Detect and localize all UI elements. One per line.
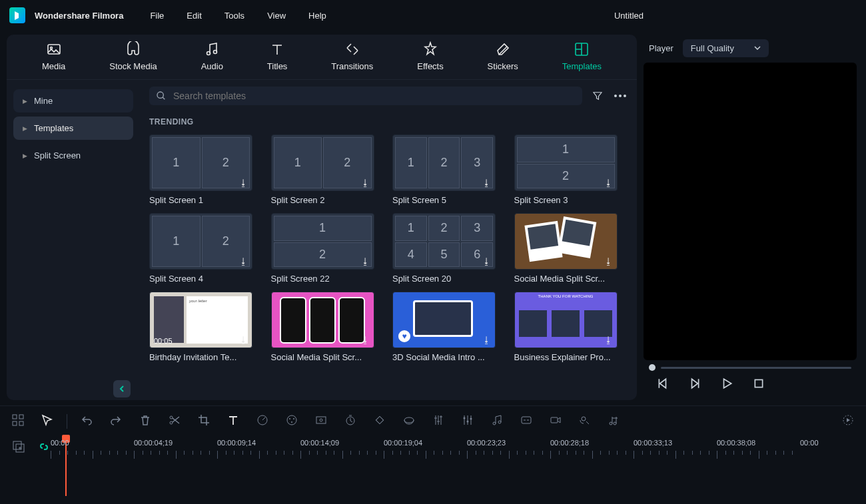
- svg-rect-10: [13, 415, 17, 419]
- text-button[interactable]: [227, 414, 239, 428]
- mask-button[interactable]: [403, 414, 415, 428]
- template-card[interactable]: 12⭳ Split Screen 4: [149, 213, 263, 284]
- crop-button[interactable]: [198, 414, 210, 428]
- speed-button[interactable]: [256, 414, 268, 428]
- undo-button[interactable]: [81, 414, 93, 428]
- music-button[interactable]: [491, 414, 503, 428]
- voiceover-button[interactable]: [579, 414, 591, 428]
- green-screen-button[interactable]: [315, 414, 327, 428]
- menu-tools[interactable]: Tools: [224, 11, 244, 21]
- svg-point-27: [467, 421, 469, 423]
- template-card[interactable]: 123456⭳ Split Screen 20: [392, 213, 506, 284]
- search-input[interactable]: [149, 87, 582, 105]
- add-track-button[interactable]: [12, 440, 25, 503]
- svg-point-22: [320, 419, 322, 421]
- svg-point-19: [293, 418, 294, 419]
- play-button[interactable]: [721, 378, 733, 389]
- svg-rect-32: [551, 417, 558, 423]
- template-card[interactable]: your letter 00:05 ⭳ Birthday Invitation …: [149, 292, 263, 362]
- svg-rect-11: [19, 415, 23, 419]
- svg-rect-21: [316, 417, 326, 423]
- more-button[interactable]: [613, 89, 628, 103]
- download-icon[interactable]: ⭳: [361, 335, 370, 345]
- svg-point-6: [614, 95, 617, 97]
- beat-button[interactable]: [608, 414, 620, 428]
- redo-button[interactable]: [110, 414, 122, 428]
- tab-templates[interactable]: Templates: [562, 41, 602, 77]
- split-button[interactable]: [169, 414, 181, 428]
- tab-transitions[interactable]: Transitions: [331, 41, 373, 77]
- render-button[interactable]: [842, 414, 854, 428]
- quality-select[interactable]: Full Quality: [683, 39, 769, 57]
- download-icon[interactable]: ⭳: [604, 335, 613, 345]
- stop-button[interactable]: [753, 378, 765, 389]
- color-button[interactable]: [286, 414, 298, 428]
- download-icon[interactable]: ⭳: [361, 256, 370, 266]
- download-icon[interactable]: ⭳: [604, 178, 613, 188]
- template-card[interactable]: ♥ ⭳ 3D Social Media Intro ...: [392, 292, 506, 362]
- template-card[interactable]: THANK YOU FOR WATCHING ⭳ Business Explai…: [514, 292, 628, 362]
- svg-point-5: [157, 92, 163, 98]
- chevron-left-icon: [119, 385, 125, 392]
- template-card[interactable]: 123⭳ Split Screen 5: [392, 134, 506, 205]
- svg-point-7: [619, 95, 622, 97]
- filter-button[interactable]: [590, 89, 605, 103]
- template-card[interactable]: 12⭳ Split Screen 1: [149, 134, 263, 205]
- record-button[interactable]: [550, 414, 562, 428]
- layout-button[interactable]: [12, 414, 24, 428]
- mixer-button[interactable]: [462, 414, 474, 428]
- template-card[interactable]: 12⭳ Split Screen 22: [271, 213, 385, 284]
- svg-point-35: [614, 422, 616, 425]
- timer-button[interactable]: [344, 414, 356, 428]
- download-icon[interactable]: ⭳: [604, 256, 613, 266]
- adjust-button[interactable]: [432, 414, 444, 428]
- download-icon[interactable]: ⭳: [239, 335, 248, 345]
- section-title: TRENDING: [140, 112, 637, 134]
- svg-point-20: [291, 421, 292, 423]
- tab-titles[interactable]: Titles: [267, 41, 288, 77]
- template-card[interactable]: ⭳ Social Media Split Scr...: [271, 292, 385, 362]
- template-card[interactable]: ⭳ Social Media Split Scr...: [514, 213, 628, 284]
- preview-window[interactable]: [644, 63, 857, 360]
- delete-button[interactable]: [139, 414, 151, 428]
- stock-media-icon: [125, 41, 141, 57]
- download-icon[interactable]: ⭳: [482, 178, 491, 188]
- svg-rect-24: [376, 416, 383, 423]
- subtitle-button[interactable]: [520, 414, 532, 428]
- menu-edit[interactable]: Edit: [187, 11, 201, 21]
- tab-media[interactable]: Media: [42, 41, 65, 77]
- download-icon[interactable]: ⭳: [239, 256, 248, 266]
- sidebar-item-templates[interactable]: ▶ Templates: [13, 117, 133, 140]
- template-card[interactable]: 12⭳ Split Screen 3: [514, 134, 628, 205]
- next-frame-button[interactable]: [689, 378, 701, 389]
- prev-frame-button[interactable]: [657, 378, 669, 389]
- auto-ripple-button[interactable]: [37, 440, 51, 503]
- tab-stock-media[interactable]: Stock Media: [109, 41, 157, 77]
- svg-point-17: [287, 415, 296, 425]
- svg-rect-9: [755, 379, 762, 387]
- playback-progress[interactable]: [649, 364, 851, 371]
- svg-point-28: [470, 418, 472, 420]
- chevron-right-icon: ▶: [23, 152, 27, 159]
- collapse-sidebar-button[interactable]: [113, 380, 131, 397]
- titles-icon: [269, 41, 285, 57]
- svg-rect-31: [522, 417, 531, 423]
- menu-file[interactable]: File: [150, 11, 164, 21]
- download-icon[interactable]: ⭳: [239, 178, 248, 188]
- sidebar-item-mine[interactable]: ▶ Mine: [13, 89, 133, 113]
- svg-point-18: [289, 418, 290, 419]
- template-card[interactable]: 12⭳ Split Screen 2: [271, 134, 385, 205]
- tab-effects[interactable]: Effects: [417, 41, 444, 77]
- tab-audio[interactable]: Audio: [201, 41, 223, 77]
- app-name: Wondershare Filmora: [35, 11, 123, 21]
- menu-help[interactable]: Help: [308, 11, 326, 21]
- keyframe-button[interactable]: [374, 414, 386, 428]
- selection-tool[interactable]: [41, 414, 53, 428]
- download-icon[interactable]: ⭳: [482, 256, 491, 266]
- download-icon[interactable]: ⭳: [482, 335, 491, 345]
- tab-stickers[interactable]: Stickers: [488, 41, 518, 77]
- sidebar-item-split-screen[interactable]: ▶ Split Screen: [13, 144, 133, 167]
- menu-view[interactable]: View: [267, 11, 286, 21]
- download-icon[interactable]: ⭳: [361, 178, 370, 188]
- svg-point-30: [498, 421, 501, 423]
